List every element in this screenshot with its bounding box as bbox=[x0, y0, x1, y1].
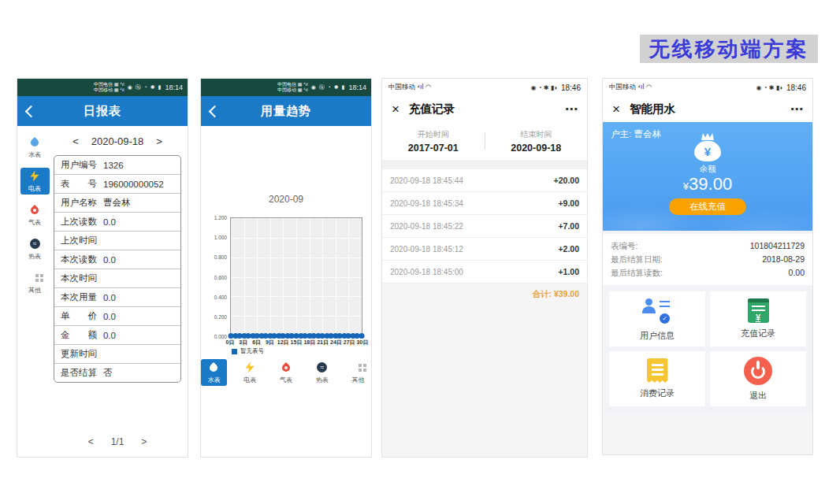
meter-tab-gas-meter[interactable]: 气表 bbox=[273, 359, 299, 386]
status-icons: ◉ ◔ ✱ ▮◗ bbox=[531, 84, 558, 91]
report-body: 水表电表气表≈热表其他 < 2020-09-18 > 用户编号1326表 号19… bbox=[17, 126, 188, 457]
heat-meter-icon: ≈ bbox=[28, 238, 41, 250]
recharge-record-row: 2020-09-18 18:45:22+7.00 bbox=[382, 215, 587, 238]
record-amount: +9.00 bbox=[558, 198, 579, 208]
date-next-button[interactable]: > bbox=[156, 135, 162, 147]
more-menu-icon[interactable]: ⋯ bbox=[790, 102, 803, 117]
status-right: ◉ ◔ ✱ ▮◗ 18:46 bbox=[756, 83, 806, 92]
meter-tab-gas-meter[interactable]: 气表 bbox=[20, 202, 50, 228]
gridline-v bbox=[336, 218, 336, 335]
carrier-2: 中国移动 ▦ ⁴ıl bbox=[277, 87, 308, 93]
field-label: 本次用量 bbox=[61, 291, 97, 303]
more-menu-icon[interactable]: ⋯ bbox=[565, 102, 578, 117]
status-icons: ◉ Ⓝ ◔ ✱ ▮ bbox=[128, 83, 162, 91]
start-date-label: 开始时间 bbox=[382, 129, 485, 140]
field-row: 本次读数0.0 bbox=[54, 250, 180, 269]
y-tick-label: 0.600 bbox=[214, 274, 227, 280]
close-icon[interactable]: × bbox=[392, 102, 400, 116]
record-time: 2020-09-18 18:45:00 bbox=[390, 268, 463, 276]
record-time: 2020-09-18 18:45:34 bbox=[390, 199, 463, 208]
field-value: 1326 bbox=[103, 161, 124, 170]
money-bag-icon: ¥ bbox=[693, 133, 723, 161]
online-recharge-button[interactable]: 在线充值 bbox=[669, 198, 746, 215]
date-nav: < 2020-09-18 > bbox=[54, 135, 181, 147]
recharge-record-icon: ¥ bbox=[748, 298, 769, 323]
tab-label: 气表 bbox=[28, 218, 41, 227]
field-value: 0.0 bbox=[103, 312, 116, 321]
field-label: 本次时间 bbox=[61, 272, 97, 284]
page-title: 用量趋势 bbox=[201, 104, 371, 119]
consume-record-icon bbox=[647, 358, 668, 383]
field-row: 金 额0.0 bbox=[54, 326, 180, 345]
status-icons: ◉ Ⓝ ◔ ✱ ▮ bbox=[311, 83, 346, 91]
recharge-record-row: 2020-09-18 18:45:00+1.00 bbox=[382, 261, 587, 284]
info-label: 最后结算读数: bbox=[611, 266, 663, 280]
page-prev-button[interactable]: < bbox=[88, 436, 94, 447]
chart-plot-area bbox=[230, 217, 362, 336]
water-meter-icon bbox=[28, 136, 41, 149]
action-card-consume-record[interactable]: 消费记录 bbox=[609, 351, 705, 406]
carrier-labels: 中国电信 ▦ ⁴ıl 中国移动 ▦ ⁴ıl bbox=[94, 82, 125, 93]
end-date-value: 2020-09-18 bbox=[485, 143, 588, 154]
date-prev-button[interactable]: < bbox=[72, 135, 79, 147]
info-row: 最后结算日期:2018-08-29 bbox=[611, 253, 805, 266]
record-amount: +20.00 bbox=[554, 176, 579, 185]
end-date-filter[interactable]: 结束时间 2020-09-18 bbox=[485, 129, 588, 154]
tab-label: 其他 bbox=[352, 376, 365, 384]
tab-label: 水表 bbox=[207, 376, 220, 384]
start-date-filter[interactable]: 开始时间 2017-07-01 bbox=[382, 129, 485, 154]
carrier-1: 中国电信 ▦ ⁴ıl bbox=[94, 82, 125, 87]
meter-tab-heat-meter[interactable]: ≈热表 bbox=[309, 359, 335, 386]
field-label: 金 额 bbox=[61, 329, 97, 341]
chart-legend: 暂无表号 bbox=[232, 347, 264, 355]
record-amount: +7.00 bbox=[558, 221, 579, 231]
meter-tab-water-meter[interactable]: 水表 bbox=[20, 134, 50, 161]
heat-meter-icon: ≈ bbox=[316, 361, 329, 374]
meter-tab-electric-meter[interactable]: 电表 bbox=[20, 168, 50, 195]
info-label: 表编号: bbox=[611, 239, 637, 253]
empty-area bbox=[603, 413, 812, 454]
record-time: 2020-09-18 18:45:22 bbox=[390, 222, 463, 231]
action-label: 消费记录 bbox=[640, 387, 675, 399]
action-card-logout[interactable]: 退出 bbox=[710, 351, 806, 406]
field-row: 上次读数0.0 bbox=[54, 213, 180, 232]
balance-label: 余额 bbox=[700, 164, 716, 175]
y-tick-label: 1.200 bbox=[214, 215, 227, 220]
owner-name: 户主: 曹会林 bbox=[611, 128, 661, 140]
action-card-user-info[interactable]: ✓用户信息 bbox=[609, 291, 705, 346]
status-time: 18:46 bbox=[561, 83, 581, 92]
field-label: 上次时间 bbox=[61, 235, 97, 246]
info-row: 表编号:101804211729 bbox=[611, 239, 805, 253]
status-bar: 中国电信 ▦ ⁴ıl 中国移动 ▦ ⁴ıl ◉ Ⓝ ◔ ✱ ▮ 18:14 bbox=[17, 79, 188, 96]
info-value: 101804211729 bbox=[750, 239, 805, 253]
meter-tab-water-meter[interactable]: 水表 bbox=[201, 359, 227, 386]
record-amount: +1.00 bbox=[558, 267, 579, 276]
x-tick-label: 18日 bbox=[303, 339, 315, 346]
field-row: 本次用量0.0 bbox=[54, 288, 180, 307]
action-card-recharge-record[interactable]: ¥充值记录 bbox=[710, 291, 806, 346]
close-icon[interactable]: × bbox=[612, 102, 620, 116]
usage-chart: 1.2001.0000.8000.6000.4000.2000.0000日3日6… bbox=[230, 217, 362, 336]
tab-label: 其他 bbox=[28, 286, 41, 295]
carrier-labels: 中国电信 ▦ ⁴ıl 中国移动 ▦ ⁴ıl bbox=[277, 82, 308, 93]
x-tick-label: 3日 bbox=[239, 339, 247, 346]
field-label: 更新时间 bbox=[61, 348, 97, 360]
gridline-v bbox=[244, 218, 245, 335]
info-row: 最后结算读数:0.00 bbox=[611, 266, 805, 280]
status-bar: 中国电信 ▦ ⁴ıl 中国移动 ▦ ⁴ıl ◉ Ⓝ ◔ ✱ ▮ 18:14 bbox=[201, 79, 371, 96]
meter-tab-electric-meter[interactable]: 电表 bbox=[237, 359, 263, 386]
meter-type-tabs: 水表电表气表≈热表其他 bbox=[201, 359, 371, 386]
report-content: < 2020-09-18 > 用户编号1326表 号196000000052用户… bbox=[52, 126, 188, 457]
meter-tab-heat-meter[interactable]: ≈热表 bbox=[20, 235, 50, 262]
field-row: 用户名称曹会林 bbox=[54, 194, 180, 213]
field-row: 更新时间 bbox=[54, 345, 180, 364]
y-tick-label: 0.000 bbox=[214, 334, 227, 339]
field-row: 用户编号1326 bbox=[54, 156, 180, 175]
user-info-icon: ✓ bbox=[641, 297, 673, 325]
app-header: 用量趋势 bbox=[201, 96, 371, 126]
meter-tab-other-meter[interactable]: 其他 bbox=[345, 359, 371, 386]
page-title: 日报表 bbox=[17, 104, 188, 119]
field-value: 0.0 bbox=[103, 293, 116, 302]
meter-tab-other-meter[interactable]: 其他 bbox=[20, 269, 50, 296]
page-next-button[interactable]: > bbox=[141, 436, 147, 447]
